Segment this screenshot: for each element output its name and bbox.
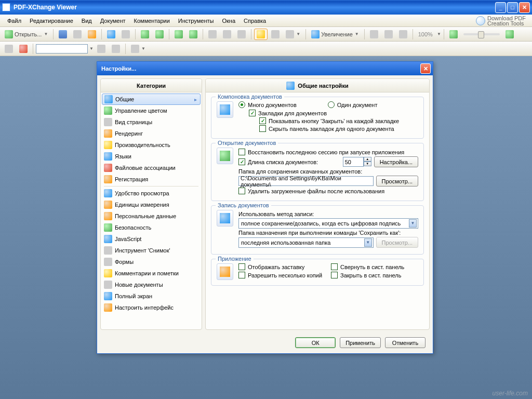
mru-spin[interactable]: 50 <box>343 157 364 167</box>
assoc-icon <box>104 164 112 172</box>
cat-snapshot[interactable]: Инструмент 'Снимок' <box>101 245 202 256</box>
export-button[interactable] <box>104 29 118 40</box>
cat-customize[interactable]: Настроить интерфейс <box>101 302 202 313</box>
cat-browse[interactable]: Удобство просмотра <box>101 188 202 199</box>
undo-icon <box>175 30 183 38</box>
cat-lang[interactable]: Языки <box>101 151 202 162</box>
dialog-titlebar[interactable]: Настройки... ✕ <box>97 62 433 75</box>
print-button[interactable] <box>71 29 84 40</box>
download-icon <box>476 16 485 25</box>
save-method-combo[interactable]: полное сохранение/дозапись, когда есть ц… <box>238 218 418 229</box>
menu-document[interactable]: Документ <box>96 16 130 25</box>
dialog-close-button[interactable]: ✕ <box>420 63 431 74</box>
find-prev-button[interactable] <box>95 43 108 55</box>
chk-multi-inst[interactable] <box>238 272 245 278</box>
link-button[interactable] <box>2 43 16 55</box>
maximize-button[interactable]: □ <box>507 2 518 13</box>
radio-single-doc[interactable]: Один документ <box>328 101 378 108</box>
highlight-button[interactable]: ▼ <box>128 43 148 55</box>
cat-js[interactable]: JavaScript <box>101 233 202 245</box>
spin-up[interactable]: ▲ <box>364 157 371 162</box>
cat-newdoc[interactable]: Новые документы <box>101 279 202 290</box>
nav-back-button[interactable] <box>138 29 152 40</box>
cat-units[interactable]: Единицы измерения <box>101 199 202 210</box>
cat-render[interactable]: Рендеринг <box>101 128 202 139</box>
tool1-button[interactable] <box>206 29 219 40</box>
find-input[interactable] <box>36 44 88 54</box>
arrow-left-icon <box>141 30 149 38</box>
menu-help[interactable]: Справка <box>240 16 270 25</box>
ocr-button[interactable] <box>119 29 132 40</box>
email-button[interactable] <box>85 29 99 40</box>
zoom-icon <box>311 30 320 38</box>
mru-config-button[interactable]: Настройка... <box>374 156 418 167</box>
snapshot-button[interactable] <box>269 29 282 40</box>
ad-button[interactable] <box>17 43 30 55</box>
download-path-input[interactable]: C:\Documents and Settings\6yKBa\Мои доку… <box>238 176 374 186</box>
chk-hide-tabbar[interactable] <box>259 125 266 132</box>
radio-multi-doc[interactable]: Много документов <box>238 101 297 108</box>
cat-general[interactable]: Общие <box>102 94 201 105</box>
arrow-right-icon <box>155 30 164 38</box>
cat-assoc[interactable]: Файловые ассоциации <box>101 162 202 174</box>
menu-file[interactable]: Файл <box>3 16 25 25</box>
zoom-out-button[interactable] <box>447 29 460 40</box>
export-icon <box>107 30 115 38</box>
tool2-button[interactable] <box>220 29 234 40</box>
save-button[interactable] <box>56 29 70 40</box>
note-icon <box>104 269 112 277</box>
cat-reg[interactable]: Регистрация <box>101 174 202 185</box>
redo-button[interactable] <box>187 29 200 40</box>
minimize-button[interactable]: _ <box>495 2 506 13</box>
chk-splash[interactable] <box>238 263 245 270</box>
chk-min-tray[interactable] <box>331 263 338 270</box>
download-pdf-tools-link[interactable]: Download PDFCreation Tools <box>473 15 529 27</box>
fit-width-button[interactable] <box>382 29 395 40</box>
cat-fullscreen[interactable]: Полный экран <box>101 290 202 302</box>
app-icon <box>2 3 10 11</box>
chk-tabs[interactable]: ✓ <box>249 110 256 116</box>
cat-perf[interactable]: Производительность <box>101 139 202 151</box>
cat-forms[interactable]: Формы <box>101 256 202 268</box>
chk-close-tray[interactable] <box>331 272 338 278</box>
fullscreen-icon <box>104 292 112 300</box>
menu-comments[interactable]: Комментарии <box>130 16 174 25</box>
ok-button[interactable]: ОК <box>295 337 336 348</box>
newdoc-icon <box>104 281 112 289</box>
chk-mru-length[interactable]: ✓ <box>238 158 245 165</box>
chk-close-on-tab[interactable]: ✓ <box>259 117 266 124</box>
menu-tools[interactable]: Инструменты <box>174 16 218 25</box>
tool3-button[interactable] <box>235 29 248 40</box>
apply-button[interactable]: Применить <box>340 337 381 348</box>
menu-view[interactable]: Вид <box>77 16 96 25</box>
spin-down[interactable]: ▼ <box>364 162 371 166</box>
chk-restore-session[interactable] <box>238 149 245 155</box>
browse-download-path-button[interactable]: Просмотр... <box>376 176 418 187</box>
zoom-tool-button[interactable]: Увеличение▼ <box>309 29 362 40</box>
chk-delete-after-use[interactable] <box>238 188 245 194</box>
close-button[interactable]: ✕ <box>519 2 530 13</box>
cat-pageview[interactable]: Вид страницы <box>101 116 202 128</box>
menu-edit[interactable]: Редактирование <box>25 16 77 25</box>
cat-security[interactable]: Безопасность <box>101 222 202 233</box>
hand-tool-button[interactable] <box>254 29 268 40</box>
fit-actual-button[interactable] <box>396 29 410 40</box>
saveas-folder-combo[interactable]: последняя использованная папка▼ <box>238 237 374 248</box>
zoom-percent[interactable]: 100% <box>416 30 435 39</box>
nav-fwd-button[interactable] <box>153 29 166 40</box>
menu-windows[interactable]: Окна <box>218 16 240 25</box>
zoom-in-button[interactable] <box>503 29 516 40</box>
cat-personal[interactable]: Персональные данные <box>101 210 202 222</box>
select-button[interactable]: ▼ <box>283 29 303 40</box>
cat-color[interactable]: Управление цветом <box>101 105 202 116</box>
open-button[interactable]: Открыть...▼ <box>2 29 50 40</box>
gear-icon <box>104 95 113 103</box>
categories-list: Общие Управление цветом Вид страницы Рен… <box>101 92 202 329</box>
group-app: Приложение Отображать заставку Свернуть … <box>211 259 424 286</box>
fit-page-button[interactable] <box>367 29 381 40</box>
zoom-slider[interactable] <box>463 33 500 35</box>
undo-button[interactable] <box>172 29 185 40</box>
find-next-button[interactable] <box>109 43 123 55</box>
cancel-button[interactable]: Отменить <box>385 337 425 348</box>
cat-annot[interactable]: Комментарии и пометки <box>101 268 202 279</box>
